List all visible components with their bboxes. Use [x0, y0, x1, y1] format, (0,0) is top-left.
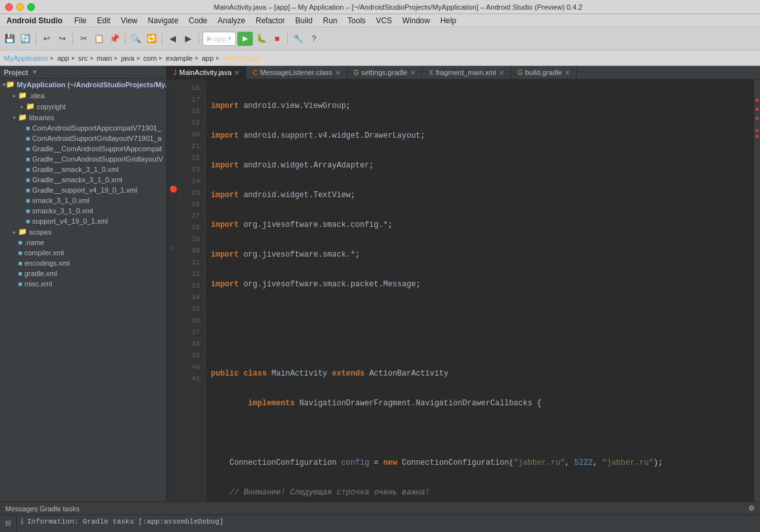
nav-example[interactable]: example [166, 54, 193, 62]
menu-refactor[interactable]: Refactor [250, 16, 290, 25]
code-editor[interactable]: 🔴 ▷ 16 17 1 [167, 80, 760, 502]
msg-expand-button[interactable]: ⊞ [3, 530, 14, 532]
messages-content[interactable]: ℹ Information: Gradle tasks [:app:assemb… [17, 515, 760, 532]
tree-compiler[interactable]: ■ compiler.xml [0, 248, 166, 258]
tree-gradle-xml[interactable]: ■ gradle.xml [0, 268, 166, 279]
maximize-button[interactable] [27, 3, 35, 11]
tree-lib5[interactable]: ■ Gradle__smack_3_1_0.xml [0, 164, 166, 175]
menu-navigate[interactable]: Navigate [142, 16, 183, 25]
replace-button[interactable]: 🔁 [144, 32, 158, 46]
msg-line-1[interactable]: ℹ Information: 9 errors [17, 529, 760, 532]
menu-edit[interactable]: Edit [92, 16, 116, 25]
menu-tools[interactable]: Tools [342, 16, 371, 25]
tab-build-gradle[interactable]: G build.gradle ✕ [511, 66, 577, 79]
lib1-icon: ■ [26, 124, 30, 132]
xml-fragment-icon: X [429, 69, 433, 76]
help-button[interactable]: ? [307, 32, 321, 46]
nav-mainactivity[interactable]: MainActivity [223, 54, 261, 62]
tree-misc-label: misc.xml [25, 280, 52, 288]
tree-misc[interactable]: ■ misc.xml [0, 279, 166, 289]
tab-close-fragment-main[interactable]: ✕ [499, 69, 504, 76]
stop-button[interactable]: ■ [270, 32, 284, 46]
editor-tabs: J MainActivity.java ✕ C MessageListener.… [167, 66, 760, 80]
menu-window[interactable]: Window [397, 16, 435, 25]
tree-scopes[interactable]: ▸ 📁 scopes [0, 226, 166, 237]
lib4-icon: ■ [26, 155, 30, 163]
app-selector-icon: ▶ [207, 34, 212, 43]
tree-lib10[interactable]: ■ support_v4_19_0_1.xml [0, 216, 166, 226]
tree-idea[interactable]: ▸ 📁 .idea [0, 90, 166, 101]
tree-lib6[interactable]: ■ Gradle__smackx_3_1_0.xml [0, 175, 166, 185]
run-button[interactable]: ▶ [237, 32, 253, 46]
nav-java[interactable]: java [121, 54, 134, 62]
nav-myapplication[interactable]: MyApplication [4, 54, 48, 62]
sidebar-dropdown-icon[interactable]: ▾ [33, 68, 37, 76]
tab-close-messagelistener[interactable]: ✕ [335, 69, 340, 76]
nav-app2[interactable]: app [202, 54, 213, 62]
menu-run[interactable]: Run [318, 16, 342, 25]
msg-line-0[interactable]: ℹ Information: Gradle tasks [:app:assemb… [17, 515, 760, 529]
menu-file[interactable]: File [69, 16, 92, 25]
tree-lib1[interactable]: ■ ComAndroidSupportAppcompatV71901_ [0, 123, 166, 133]
class-file-icon: C [253, 69, 257, 76]
redo-button[interactable]: ↪ [55, 32, 69, 46]
tree-encodings[interactable]: ■ encodings.xml [0, 258, 166, 268]
lib9-icon: ■ [26, 207, 30, 215]
menu-vcs[interactable]: VCS [371, 16, 397, 25]
copy-button[interactable]: 📋 [92, 32, 106, 46]
messages-gear-icon[interactable]: ⚙ [748, 504, 755, 513]
traffic-lights[interactable] [5, 3, 35, 11]
info-icon: ℹ [21, 517, 23, 527]
tree-lib2[interactable]: ■ ComAndroidSupportGridlayoutV71901_a [0, 133, 166, 144]
tree-copyright[interactable]: ▸ 📁 copyright [0, 101, 166, 112]
minimize-button[interactable] [16, 3, 24, 11]
tab-fragment-main[interactable]: X fragment_main.xml ✕ [422, 66, 511, 79]
tab-close-settings-gradle[interactable]: ✕ [410, 69, 415, 76]
forward-button[interactable]: ▶ [181, 32, 195, 46]
tree-lib4[interactable]: ■ Gradle__ComAndroidSupportGridlayoutV [0, 154, 166, 164]
menu-view[interactable]: View [116, 16, 143, 25]
tab-settings-gradle[interactable]: G settings.gradle ✕ [347, 66, 422, 79]
msg-text-0: Information: Gradle tasks [:app:assemble… [27, 516, 224, 527]
menu-build[interactable]: Build [290, 16, 318, 25]
tree-libraries[interactable]: ▾ 📁 libraries [0, 112, 166, 123]
close-button[interactable] [5, 3, 13, 11]
tab-messagelistener[interactable]: C MessageListener.class ✕ [246, 66, 347, 79]
tree-lib9[interactable]: ■ smackx_3_1_0.xml [0, 206, 166, 216]
tree-lib1-label: ComAndroidSupportAppcompatV71901_ [32, 124, 161, 132]
menu-help[interactable]: Help [435, 16, 462, 25]
menu-bar: Android Studio File Edit View Navigate C… [0, 14, 760, 27]
gradle-sync-button[interactable]: 🔧 [291, 32, 305, 46]
nav-main[interactable]: main [97, 54, 113, 62]
nav-src[interactable]: src [78, 54, 88, 62]
back-button[interactable]: ◀ [166, 32, 180, 46]
nav-com[interactable]: com [144, 54, 157, 62]
save-all-button[interactable]: 💾 [3, 32, 17, 46]
app-selector[interactable]: ▶ app ▾ [202, 32, 236, 46]
menu-analyze[interactable]: Analyze [213, 16, 251, 25]
sync-button[interactable]: 🔄 [18, 32, 32, 46]
tree-lib8[interactable]: ■ smack_3_1_0.xml [0, 195, 166, 206]
tab-fragment-main-label: fragment_main.xml [436, 69, 497, 76]
lib7-icon: ■ [26, 186, 30, 194]
app-name[interactable]: Android Studio [3, 16, 67, 25]
cut-button[interactable]: ✂ [76, 32, 91, 46]
tab-close-mainactivity[interactable]: ✕ [234, 69, 239, 76]
tree-lib9-label: smackx_3_1_0.xml [32, 207, 93, 215]
debug-button[interactable]: 🐛 [254, 32, 268, 46]
find-button[interactable]: 🔍 [129, 32, 143, 46]
tab-close-build-gradle[interactable]: ✕ [565, 69, 570, 76]
paste-button[interactable]: 📌 [107, 32, 122, 46]
menu-code[interactable]: Code [184, 16, 213, 25]
tree-lib3[interactable]: ■ Gradle__ComAndroidSupportAppcompat [0, 144, 166, 154]
nav-app[interactable]: app [57, 54, 69, 62]
messages-body: ⊟ ⊞ ✕ ⚠ ↑ ↓ ↗ ↙ ⤢ ⤡ ? ≡ ℹ Information: G… [0, 515, 760, 532]
code-content[interactable]: import android.view.ViewGroup; import an… [206, 80, 754, 502]
messages-panel: Messages Gradle tasks ⚙ ⊟ ⊞ ✕ ⚠ ↑ ↓ ↗ ↙ … [0, 502, 760, 532]
tab-mainactivity[interactable]: J MainActivity.java ✕ [167, 66, 246, 79]
tree-root[interactable]: ▾ 📁 MyApplication (~/AndroidStudioProjec… [0, 79, 166, 90]
tree-name[interactable]: ■ .name [0, 237, 166, 248]
undo-button[interactable]: ↩ [39, 32, 54, 46]
msg-filter-button[interactable]: ⊟ [3, 518, 14, 529]
tree-lib7[interactable]: ■ Gradle__support_v4_19_0_1.xml [0, 185, 166, 195]
